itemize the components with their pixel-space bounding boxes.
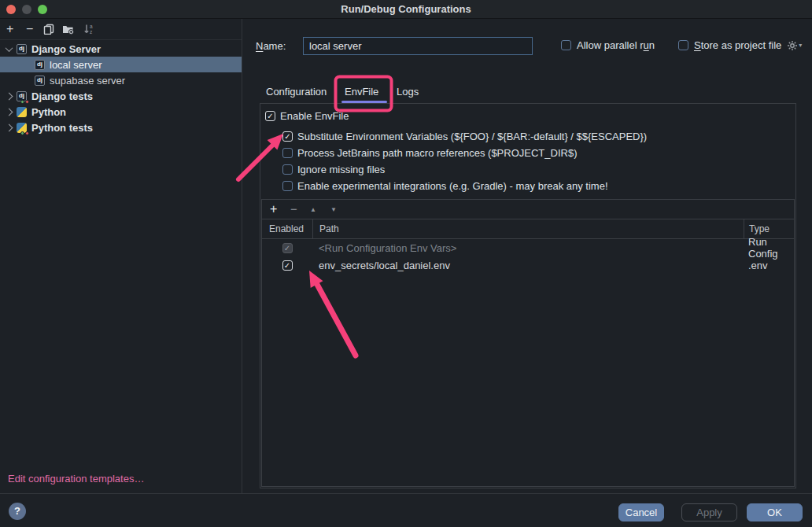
chevron-right-icon[interactable]	[6, 123, 13, 131]
move-down-icon[interactable]: ▼	[330, 201, 337, 219]
cancel-button[interactable]: Cancel	[618, 503, 664, 521]
python-icon	[17, 107, 27, 117]
enable-experimental-integrations-option[interactable]: Enable experimental integrations (e.g. G…	[282, 180, 608, 192]
substitute-environment-variables-option[interactable]: ✓Substitute Environment Variables (${FOO…	[282, 131, 647, 142]
allow-parallel-run-option[interactable]: Allow parallel run	[561, 39, 655, 51]
sidebar-toolbar: + − az	[0, 19, 242, 40]
django-test-icon: dj	[17, 91, 27, 101]
tree-item-label: Python	[31, 106, 66, 118]
chevron-right-icon[interactable]	[6, 108, 13, 116]
tab-logs[interactable]: Logs	[397, 81, 419, 103]
store-as-project-file-checkbox[interactable]	[678, 40, 688, 50]
env-row-type: Run Config	[744, 236, 794, 260]
env-row-enabled-checkbox[interactable]: ✓	[282, 260, 293, 271]
django-icon: dj	[35, 60, 45, 70]
chevron-down-icon[interactable]	[6, 44, 13, 52]
remove-configuration-icon[interactable]: −	[26, 19, 33, 39]
tree-item-label: Django Server	[31, 43, 101, 55]
substitute-environment-variables-checkbox[interactable]: ✓	[282, 131, 293, 142]
sort-alphabetically-icon[interactable]: az	[83, 24, 95, 35]
env-row-type: .env	[744, 260, 794, 271]
store-as-project-file-option[interactable]: Store as project file ▾	[678, 39, 802, 51]
store-as-project-file-label: Store as project file	[694, 39, 781, 51]
env-row-path: env_secrets/local_daniel.env	[312, 260, 744, 271]
dialog-footer: ? Cancel Apply OK	[0, 493, 812, 527]
allow-parallel-run-checkbox[interactable]	[561, 40, 571, 50]
gear-icon[interactable]	[787, 40, 798, 51]
process-jetbrains-path-macros-label: Process JetBrains path macro references …	[297, 147, 577, 159]
tree-item-django-server[interactable]: djDjango Server	[0, 41, 242, 57]
gear-caret-icon[interactable]: ▾	[799, 42, 802, 49]
env-file-row[interactable]: ✓env_secrets/local_daniel.env.env	[262, 256, 794, 274]
tree-item-label: Python tests	[31, 122, 93, 134]
process-jetbrains-path-macros-checkbox[interactable]	[282, 148, 293, 158]
title-bar: Run/Debug Configurations	[0, 0, 812, 19]
add-env-file-icon[interactable]: +	[270, 200, 277, 219]
column-header-enabled[interactable]: Enabled	[262, 223, 312, 234]
tree-item-python[interactable]: Python	[0, 104, 242, 120]
tree-item-python-tests[interactable]: Python tests	[0, 120, 242, 135]
svg-text:z: z	[90, 29, 92, 35]
minimize-window-button[interactable]	[22, 5, 31, 14]
env-file-row[interactable]: ✓<Run Configuration Env Vars>Run Config	[262, 239, 794, 256]
env-table-toolbar: + − ▲ ▼	[262, 200, 794, 219]
window-title: Run/Debug Configurations	[0, 0, 812, 18]
env-row-enabled-checkbox: ✓	[282, 243, 293, 253]
svg-text:a: a	[90, 24, 93, 29]
django-icon: dj	[35, 76, 45, 86]
move-up-icon[interactable]: ▲	[310, 201, 316, 219]
new-folder-icon[interactable]	[62, 24, 74, 35]
env-files-table: + − ▲ ▼ Enabled Path Type ✓<Run Configur…	[261, 199, 795, 487]
column-header-path[interactable]: Path	[312, 219, 744, 238]
remove-env-file-icon[interactable]: −	[290, 200, 297, 219]
sidebar: + − az djDjango Serverdjlocal serverdjsu…	[0, 19, 242, 494]
process-jetbrains-path-macros-option[interactable]: Process JetBrains path macro references …	[282, 147, 577, 159]
enable-envfile-checkbox[interactable]: ✓	[265, 111, 275, 121]
env-table-header: Enabled Path Type	[262, 219, 794, 239]
chevron-right-icon[interactable]	[6, 92, 13, 100]
ignore-missing-files-label: Ignore missing files	[297, 164, 385, 175]
tree-item-supabase-server[interactable]: djsupabase server	[0, 72, 242, 88]
zoom-window-button[interactable]	[38, 5, 47, 14]
tree-item-label: local server	[50, 59, 102, 71]
tree-item-django-tests[interactable]: djDjango tests	[0, 88, 242, 104]
enable-experimental-integrations-label: Enable experimental integrations (e.g. G…	[297, 180, 608, 192]
tree-item-label: supabase server	[50, 75, 125, 87]
tab-envfile[interactable]: EnvFile	[345, 81, 378, 103]
python-test-icon	[17, 123, 27, 133]
allow-parallel-run-label: Allow parallel run	[577, 39, 655, 51]
help-button[interactable]: ?	[9, 503, 26, 520]
add-configuration-icon[interactable]: +	[6, 19, 13, 39]
tab-configuration[interactable]: Configuration	[266, 81, 327, 103]
django-icon: dj	[17, 44, 27, 54]
ok-button[interactable]: OK	[747, 503, 803, 521]
copy-configuration-icon[interactable]	[43, 24, 54, 35]
edit-configuration-templates-link[interactable]: Edit configuration templates…	[8, 473, 144, 485]
name-label: Name:	[256, 40, 286, 52]
name-input[interactable]	[303, 37, 533, 55]
tree-item-local-server[interactable]: djlocal server	[0, 57, 242, 72]
enable-envfile-label: Enable EnvFile	[280, 110, 349, 122]
substitute-environment-variables-label: Substitute Environment Variables (${FOO}…	[297, 131, 647, 142]
ignore-missing-files-option[interactable]: Ignore missing files	[282, 164, 385, 175]
ignore-missing-files-checkbox[interactable]	[282, 164, 293, 175]
env-row-path: <Run Configuration Env Vars>	[312, 242, 744, 254]
close-window-button[interactable]	[6, 5, 16, 14]
apply-button[interactable]: Apply	[681, 503, 737, 521]
tree-item-label: Django tests	[31, 90, 93, 102]
enable-experimental-integrations-checkbox[interactable]	[282, 181, 293, 191]
enable-envfile-option[interactable]: ✓Enable EnvFile	[265, 110, 349, 122]
